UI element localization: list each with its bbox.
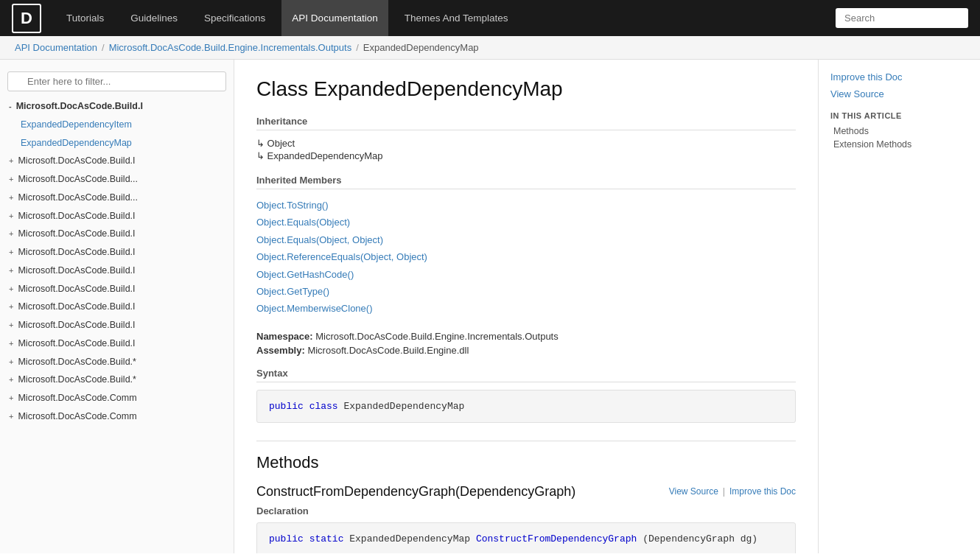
syntax-header: Syntax — [256, 368, 796, 382]
sidebar-item-1[interactable]: ExpandedDependencyItem — [0, 116, 234, 134]
sidebar-item-label-15: Microsoft.DocAsCode.Build.* — [18, 373, 136, 387]
inheritance-header: Inheritance — [256, 116, 796, 130]
right-sidebar: Improve this Doc View Source IN THIS ART… — [818, 60, 980, 553]
sidebar-item-label-2: ExpandedDependencyMap — [21, 136, 132, 150]
sidebar-item-label-10: Microsoft.DocAsCode.Build.I — [18, 282, 135, 296]
sidebar-toggle-3: + — [9, 155, 13, 167]
sidebar-item-16[interactable]: + Microsoft.DocAsCode.Comm — [0, 389, 234, 407]
sidebar-item-17[interactable]: + Microsoft.DocAsCode.Comm — [0, 407, 234, 426]
method-improve-doc-link[interactable]: Improve this Doc — [729, 486, 796, 497]
sidebar-item-label-1: ExpandedDependencyItem — [21, 118, 132, 132]
view-source-link[interactable]: View Source — [830, 88, 968, 99]
main-layout: ▼ - Microsoft.DocAsCode.Build.I Expanded… — [0, 60, 980, 553]
improve-this-doc-link[interactable]: Improve this Doc — [830, 71, 968, 83]
nav-guidelines[interactable]: Guidelines — [120, 0, 188, 36]
nav-specifications[interactable]: Specifications — [194, 0, 276, 36]
sidebar-item-15[interactable]: + Microsoft.DocAsCode.Build.* — [0, 371, 234, 389]
decl-kw-static: static — [309, 533, 344, 544]
page-title: Class ExpandedDependencyMap — [256, 77, 796, 101]
nav-tutorials[interactable]: Tutorials — [56, 0, 114, 36]
sidebar-item-label-7: Microsoft.DocAsCode.Build.I — [18, 227, 135, 241]
sidebar-toggle-10: + — [9, 283, 13, 295]
sidebar-item-2[interactable]: ExpandedDependencyMap — [0, 134, 234, 153]
sidebar-item-9[interactable]: + Microsoft.DocAsCode.Build.I — [0, 262, 234, 280]
sidebar-toggle-8: + — [9, 246, 13, 259]
sidebar-item-6[interactable]: + Microsoft.DocAsCode.Build.I — [0, 207, 234, 225]
sidebar-filter-input[interactable] — [7, 71, 226, 91]
kw-public: public — [269, 401, 304, 412]
sidebar-item-label-16: Microsoft.DocAsCode.Comm — [18, 391, 136, 405]
sidebar-item-label-11: Microsoft.DocAsCode.Build.I — [18, 300, 135, 314]
assembly-label: Assembly: — [256, 345, 305, 356]
method-links-0: View Source | Improve this Doc — [669, 486, 796, 497]
inherited-member-1[interactable]: Object.Equals(Object) — [256, 214, 796, 231]
namespace-label: Namespace: — [256, 331, 313, 342]
sidebar-toggle-12: + — [9, 319, 13, 332]
decl-kw-public: public — [269, 533, 304, 544]
kw-class: class — [309, 401, 338, 412]
in-this-article-links: Methods Extension Methods — [830, 126, 968, 150]
namespace-value: Microsoft.DocAsCode.Build.Engine.Increme… — [315, 331, 559, 342]
declaration-box: public static ExpandedDependencyMap Cons… — [256, 522, 796, 553]
search-input[interactable] — [836, 8, 968, 28]
inherited-member-4[interactable]: Object.GetHashCode() — [256, 266, 796, 283]
sidebar-item-3[interactable]: + Microsoft.DocAsCode.Build.I — [0, 152, 234, 170]
sidebar-filter-icon-wrap: ▼ — [7, 71, 226, 91]
inherited-member-6[interactable]: Object.MemberwiseClone() — [256, 300, 796, 317]
sidebar-item-13[interactable]: + Microsoft.DocAsCode.Build.I — [0, 334, 234, 353]
method-view-source-link[interactable]: View Source — [669, 486, 718, 497]
breadcrumb-namespace[interactable]: Microsoft.DocAsCode.Build.Engine.Increme… — [109, 42, 352, 53]
method-heading-0: ConstructFromDependencyGraph(DependencyG… — [256, 484, 796, 500]
decl-params: (DependencyGraph dg) — [643, 533, 757, 544]
sidebar-item-label-4: Microsoft.DocAsCode.Build... — [18, 172, 138, 186]
sidebar-item-4[interactable]: + Microsoft.DocAsCode.Build... — [0, 170, 234, 189]
sidebar-toggle-7: + — [9, 228, 13, 240]
sidebar-toggle-6: + — [9, 210, 13, 223]
top-nav: D Tutorials Guidelines Specifications AP… — [0, 0, 980, 36]
assembly-value: Microsoft.DocAsCode.Build.Engine.dll — [307, 345, 469, 356]
sidebar-item-5[interactable]: + Microsoft.DocAsCode.Build... — [0, 189, 234, 207]
namespace-row: Namespace: Microsoft.DocAsCode.Build.Eng… — [256, 331, 796, 342]
sidebar-item-12[interactable]: + Microsoft.DocAsCode.Build.I — [0, 316, 234, 334]
nav-themes-and-templates[interactable]: Themes And Templates — [394, 0, 519, 36]
sidebar-item-label-9: Microsoft.DocAsCode.Build.I — [18, 264, 135, 278]
sidebar-toggle-11: + — [9, 301, 13, 313]
sidebar-item-11[interactable]: + Microsoft.DocAsCode.Build.I — [0, 298, 234, 316]
sidebar-toggle-9: + — [9, 265, 13, 277]
sidebar-item-14[interactable]: + Microsoft.DocAsCode.Build.* — [0, 353, 234, 371]
in-this-article-title: IN THIS ARTICLE — [830, 111, 968, 120]
sidebar-item-label-5: Microsoft.DocAsCode.Build... — [18, 191, 138, 205]
inherited-member-2[interactable]: Object.Equals(Object, Object) — [256, 231, 796, 248]
sidebar-item-10[interactable]: + Microsoft.DocAsCode.Build.I — [0, 280, 234, 298]
sidebar-item-label-17: Microsoft.DocAsCode.Comm — [18, 410, 136, 424]
inherited-members-header: Inherited Members — [256, 175, 796, 189]
breadcrumb-api-doc[interactable]: API Documentation — [15, 42, 97, 53]
breadcrumb: API Documentation / Microsoft.DocAsCode.… — [0, 36, 980, 60]
breadcrumb-current: ExpandedDependencyMap — [363, 42, 479, 53]
nav-api-documentation[interactable]: API Documentation — [281, 0, 388, 36]
article-link-methods[interactable]: Methods — [830, 126, 968, 136]
sidebar-item-7[interactable]: + Microsoft.DocAsCode.Build.I — [0, 225, 234, 243]
inheritance-item-1: ↳ ExpandedDependencyMap — [256, 150, 796, 161]
method-name-0: ConstructFromDependencyGraph(DependencyG… — [256, 484, 575, 500]
sidebar-item-label-12: Microsoft.DocAsCode.Build.I — [18, 318, 135, 332]
method-links-sep: | — [723, 486, 725, 497]
sidebar-filter-wrap: ▼ — [0, 66, 234, 97]
sidebar-toggle-0: - — [9, 100, 12, 113]
inherited-member-5[interactable]: Object.GetType() — [256, 283, 796, 300]
breadcrumb-sep-2: / — [356, 42, 359, 53]
decl-method-name: ConstructFromDependencyGraph — [476, 533, 637, 544]
sidebar-toggle-15: + — [9, 374, 13, 386]
declaration-label: Declaration — [256, 505, 796, 516]
sidebar-item-label-13: Microsoft.DocAsCode.Build.I — [18, 337, 135, 351]
sidebar-item-0[interactable]: - Microsoft.DocAsCode.Build.I — [0, 97, 234, 116]
sidebar-toggle-17: + — [9, 410, 13, 423]
inherited-member-3[interactable]: Object.ReferenceEquals(Object, Object) — [256, 248, 796, 265]
sidebar-item-8[interactable]: + Microsoft.DocAsCode.Build.I — [0, 243, 234, 262]
sidebar-toggle-4: + — [9, 173, 13, 186]
sidebar-item-label-8: Microsoft.DocAsCode.Build.I — [18, 245, 135, 259]
article-link-extension-methods[interactable]: Extension Methods — [830, 139, 968, 150]
content-area: Class ExpandedDependencyMap Inheritance … — [234, 60, 818, 553]
inherited-member-0[interactable]: Object.ToString() — [256, 197, 796, 214]
decl-return: ExpandedDependencyMap — [349, 533, 476, 544]
